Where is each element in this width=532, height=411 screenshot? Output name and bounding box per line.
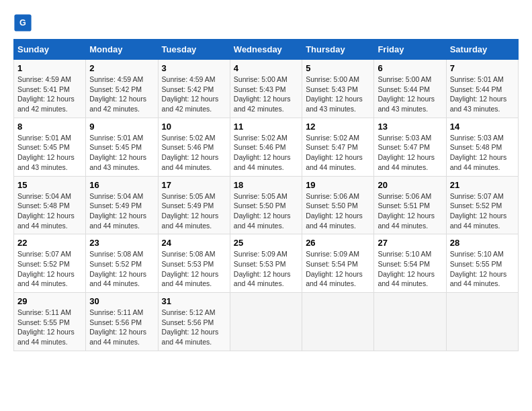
- day-info: Sunrise: 5:01 AMSunset: 5:45 PMDaylight:…: [17, 134, 75, 171]
- calendar-week-row: 29 Sunrise: 5:11 AMSunset: 5:55 PMDaylig…: [14, 293, 519, 351]
- calendar-day-cell: 1 Sunrise: 4:59 AMSunset: 5:41 PMDayligh…: [14, 60, 86, 118]
- day-number: 21: [450, 180, 515, 190]
- day-info: Sunrise: 5:04 AMSunset: 5:49 PMDaylight:…: [89, 192, 146, 230]
- day-number: 11: [234, 122, 298, 132]
- day-info: Sunrise: 5:00 AMSunset: 5:43 PMDaylight:…: [306, 75, 363, 113]
- day-info: Sunrise: 5:11 AMSunset: 5:56 PMDaylight:…: [89, 308, 146, 346]
- day-number: 28: [450, 238, 515, 248]
- calendar-day-cell: 26 Sunrise: 5:09 AMSunset: 5:54 PMDaylig…: [302, 234, 374, 293]
- calendar-day-cell: 2 Sunrise: 4:59 AMSunset: 5:42 PMDayligh…: [86, 60, 158, 118]
- day-number: 27: [378, 238, 442, 248]
- calendar-day-cell: 31 Sunrise: 5:12 AMSunset: 5:56 PMDaylig…: [158, 293, 230, 351]
- day-info: Sunrise: 5:00 AMSunset: 5:43 PMDaylight:…: [234, 75, 291, 113]
- day-number: 17: [162, 180, 226, 190]
- calendar-day-cell: 15 Sunrise: 5:04 AMSunset: 5:48 PMDaylig…: [14, 176, 86, 234]
- day-info: Sunrise: 5:08 AMSunset: 5:53 PMDaylight:…: [162, 250, 219, 287]
- calendar-body: 1 Sunrise: 4:59 AMSunset: 5:41 PMDayligh…: [14, 60, 519, 351]
- day-number: 1: [17, 63, 82, 73]
- day-number: 18: [234, 180, 298, 190]
- day-number: 10: [162, 122, 226, 132]
- calendar-day-cell: 13 Sunrise: 5:03 AMSunset: 5:47 PMDaylig…: [374, 118, 446, 176]
- day-number: 14: [450, 122, 515, 132]
- day-info: Sunrise: 5:02 AMSunset: 5:47 PMDaylight:…: [306, 134, 363, 171]
- day-info: Sunrise: 5:09 AMSunset: 5:53 PMDaylight:…: [234, 250, 291, 287]
- header-day: Thursday: [302, 40, 374, 60]
- day-number: 9: [89, 122, 154, 132]
- calendar-week-row: 22 Sunrise: 5:07 AMSunset: 5:52 PMDaylig…: [14, 234, 519, 293]
- calendar-day-cell: 5 Sunrise: 5:00 AMSunset: 5:43 PMDayligh…: [302, 60, 374, 118]
- day-number: 22: [17, 238, 82, 248]
- day-info: Sunrise: 5:10 AMSunset: 5:54 PMDaylight:…: [378, 250, 435, 287]
- day-info: Sunrise: 5:08 AMSunset: 5:52 PMDaylight:…: [89, 250, 146, 287]
- header-day: Tuesday: [158, 40, 230, 60]
- calendar-day-cell: 6 Sunrise: 5:00 AMSunset: 5:44 PMDayligh…: [374, 60, 446, 118]
- calendar-day-cell: 21 Sunrise: 5:07 AMSunset: 5:52 PMDaylig…: [446, 176, 518, 234]
- calendar-day-cell: 7 Sunrise: 5:01 AMSunset: 5:44 PMDayligh…: [446, 60, 518, 118]
- day-number: 26: [306, 238, 370, 248]
- calendar-day-cell: 19 Sunrise: 5:06 AMSunset: 5:50 PMDaylig…: [302, 176, 374, 234]
- calendar-day-cell: 27 Sunrise: 5:10 AMSunset: 5:54 PMDaylig…: [374, 234, 446, 293]
- day-number: 15: [17, 180, 82, 190]
- calendar-day-cell: 8 Sunrise: 5:01 AMSunset: 5:45 PMDayligh…: [14, 118, 86, 176]
- calendar-header: SundayMondayTuesdayWednesdayThursdayFrid…: [14, 40, 519, 60]
- calendar-day-cell: [374, 293, 446, 351]
- day-info: Sunrise: 5:04 AMSunset: 5:48 PMDaylight:…: [17, 192, 75, 230]
- calendar-day-cell: 11 Sunrise: 5:02 AMSunset: 5:46 PMDaylig…: [230, 118, 302, 176]
- calendar-day-cell: 3 Sunrise: 4:59 AMSunset: 5:42 PMDayligh…: [158, 60, 230, 118]
- day-number: 19: [306, 180, 370, 190]
- header-day: Saturday: [446, 40, 518, 60]
- calendar-table: SundayMondayTuesdayWednesdayThursdayFrid…: [13, 39, 519, 351]
- day-info: Sunrise: 5:02 AMSunset: 5:46 PMDaylight:…: [162, 134, 219, 171]
- svg-text:G: G: [19, 18, 26, 28]
- page-header: G: [13, 13, 519, 32]
- header-day: Sunday: [14, 40, 86, 60]
- day-number: 16: [89, 180, 154, 190]
- calendar-day-cell: 9 Sunrise: 5:01 AMSunset: 5:45 PMDayligh…: [86, 118, 158, 176]
- day-info: Sunrise: 5:07 AMSunset: 5:52 PMDaylight:…: [450, 192, 507, 230]
- calendar-day-cell: 23 Sunrise: 5:08 AMSunset: 5:52 PMDaylig…: [86, 234, 158, 293]
- day-number: 3: [162, 63, 226, 73]
- day-info: Sunrise: 5:12 AMSunset: 5:56 PMDaylight:…: [162, 308, 219, 346]
- calendar-day-cell: 4 Sunrise: 5:00 AMSunset: 5:43 PMDayligh…: [230, 60, 302, 118]
- day-number: 20: [378, 180, 442, 190]
- calendar-day-cell: [230, 293, 302, 351]
- calendar-day-cell: 12 Sunrise: 5:02 AMSunset: 5:47 PMDaylig…: [302, 118, 374, 176]
- logo-icon: G: [13, 13, 32, 32]
- calendar-day-cell: [446, 293, 518, 351]
- day-info: Sunrise: 5:00 AMSunset: 5:44 PMDaylight:…: [378, 75, 435, 113]
- calendar-day-cell: 25 Sunrise: 5:09 AMSunset: 5:53 PMDaylig…: [230, 234, 302, 293]
- day-number: 4: [234, 63, 298, 73]
- day-number: 13: [378, 122, 442, 132]
- day-info: Sunrise: 5:10 AMSunset: 5:55 PMDaylight:…: [450, 250, 507, 287]
- calendar-day-cell: 10 Sunrise: 5:02 AMSunset: 5:46 PMDaylig…: [158, 118, 230, 176]
- calendar-week-row: 15 Sunrise: 5:04 AMSunset: 5:48 PMDaylig…: [14, 176, 519, 234]
- calendar-day-cell: 30 Sunrise: 5:11 AMSunset: 5:56 PMDaylig…: [86, 293, 158, 351]
- day-number: 6: [378, 63, 442, 73]
- day-number: 12: [306, 122, 370, 132]
- calendar-day-cell: 28 Sunrise: 5:10 AMSunset: 5:55 PMDaylig…: [446, 234, 518, 293]
- calendar-week-row: 1 Sunrise: 4:59 AMSunset: 5:41 PMDayligh…: [14, 60, 519, 118]
- day-number: 23: [89, 238, 154, 248]
- day-number: 24: [162, 238, 226, 248]
- day-info: Sunrise: 5:02 AMSunset: 5:46 PMDaylight:…: [234, 134, 291, 171]
- calendar-day-cell: 14 Sunrise: 5:03 AMSunset: 5:48 PMDaylig…: [446, 118, 518, 176]
- day-info: Sunrise: 4:59 AMSunset: 5:41 PMDaylight:…: [17, 75, 75, 113]
- day-info: Sunrise: 4:59 AMSunset: 5:42 PMDaylight:…: [162, 75, 219, 113]
- day-number: 8: [17, 122, 82, 132]
- day-number: 7: [450, 63, 515, 73]
- day-info: Sunrise: 5:03 AMSunset: 5:47 PMDaylight:…: [378, 134, 435, 171]
- day-info: Sunrise: 5:09 AMSunset: 5:54 PMDaylight:…: [306, 250, 363, 287]
- calendar-week-row: 8 Sunrise: 5:01 AMSunset: 5:45 PMDayligh…: [14, 118, 519, 176]
- day-info: Sunrise: 5:01 AMSunset: 5:45 PMDaylight:…: [89, 134, 146, 171]
- day-number: 29: [17, 296, 82, 306]
- logo: G: [13, 13, 35, 32]
- calendar-day-cell: [302, 293, 374, 351]
- day-info: Sunrise: 5:01 AMSunset: 5:44 PMDaylight:…: [450, 75, 507, 113]
- calendar-day-cell: 24 Sunrise: 5:08 AMSunset: 5:53 PMDaylig…: [158, 234, 230, 293]
- day-info: Sunrise: 5:06 AMSunset: 5:50 PMDaylight:…: [306, 192, 363, 230]
- day-number: 25: [234, 238, 298, 248]
- day-number: 2: [89, 63, 154, 73]
- day-info: Sunrise: 4:59 AMSunset: 5:42 PMDaylight:…: [89, 75, 146, 113]
- calendar-day-cell: 29 Sunrise: 5:11 AMSunset: 5:55 PMDaylig…: [14, 293, 86, 351]
- calendar-day-cell: 17 Sunrise: 5:05 AMSunset: 5:49 PMDaylig…: [158, 176, 230, 234]
